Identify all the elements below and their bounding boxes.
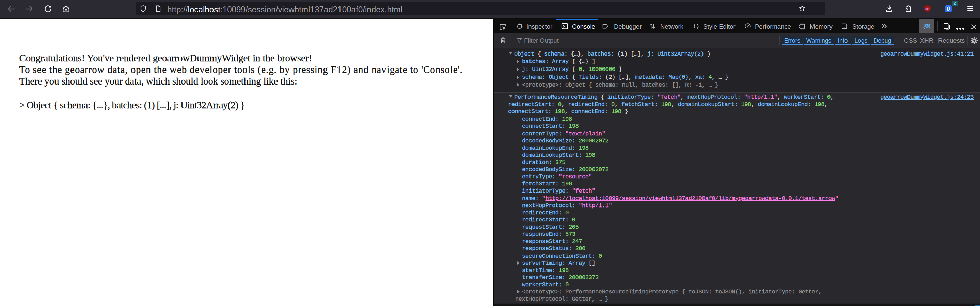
svg-text:uO: uO <box>925 7 929 11</box>
